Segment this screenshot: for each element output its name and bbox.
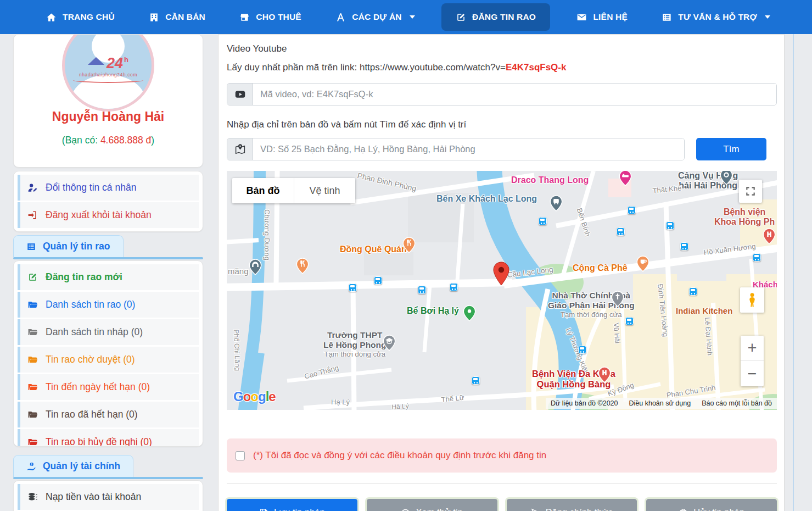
map-poi-label: Bến Xe Khách Lạc Long <box>436 194 537 204</box>
street-view-pegman[interactable] <box>740 287 764 313</box>
map-street-label: Vũ Hải <box>612 323 621 343</box>
youtube-icon <box>227 84 253 105</box>
sidebar-item-label: Nạp tiền vào tài khoản <box>46 491 141 503</box>
tab-qu-n-l-tin-rao[interactable]: Quản lý tin rao <box>13 235 124 257</box>
sidebar-item[interactable]: Tin rao chờ duyệt (0) <box>18 347 199 373</box>
map-poi-sublabel: Tạm thời đóng cửa <box>323 350 387 358</box>
map-attribution-link[interactable]: Điều khoản sử dụng <box>629 399 691 407</box>
tab-label: Quản lý tài chính <box>43 460 120 472</box>
video-hint: Lấy duy nhất phần mã trên link: https://… <box>227 62 566 73</box>
right-edge-line <box>793 34 794 511</box>
sidebar-section-header-row: Quản lý tài chính <box>13 455 203 479</box>
find-button[interactable]: Tìm <box>696 138 766 160</box>
map-pin-school-icon <box>383 335 396 353</box>
bus-stop-icon <box>418 286 426 294</box>
folder-icon <box>27 409 38 420</box>
sidebar-item[interactable]: Đăng tin rao mới <box>18 264 199 290</box>
page-body: 24 h nhadathaiphong24h.com Nguyễn Hoàng … <box>0 34 812 511</box>
action-button-label: Lưu tin nháp <box>274 507 325 511</box>
folder-icon <box>27 437 38 447</box>
map-canvas[interactable]: Phan Đinh PhùngDraco Thang LongBến Xe Kh… <box>227 171 777 410</box>
map-marked-icon <box>227 138 253 160</box>
sidebar-item-label: Danh sách tin nháp (0) <box>46 326 143 338</box>
bus-stop-icon <box>666 221 674 230</box>
sidebar-item[interactable]: Đổi thông tin cá nhân <box>18 175 199 201</box>
nav-item--ng-tin-rao[interactable]: ĐĂNG TIN RAO <box>441 3 550 31</box>
nav-item-c-c-d-n[interactable]: CÁC DỰ ÁN <box>328 3 422 31</box>
terms-checkbox[interactable] <box>236 451 245 460</box>
zoom-out-button[interactable]: − <box>741 361 764 386</box>
map-street-label: Hạ Lý <box>331 398 350 407</box>
google-logo-letter: o <box>243 389 251 404</box>
account-links-card: Đổi thông tin cá nhânĐăng xuất khỏi tài … <box>13 171 203 232</box>
action-button-label: Đăng chính thức <box>546 507 613 511</box>
sidebar-item[interactable]: Tin đến ngày hết hạn (0) <box>18 374 199 400</box>
coins-icon <box>27 492 38 502</box>
map-type-map[interactable]: Bản đồ <box>232 178 294 203</box>
sidebar-item[interactable]: Tin rao đã hết hạn (0) <box>18 402 199 427</box>
save-draft-button[interactable]: Lưu tin nháp <box>227 499 357 511</box>
folder-icon <box>27 299 38 310</box>
bus-stop-icon <box>689 287 697 296</box>
map-location-marker[interactable] <box>492 261 510 288</box>
bus-stop-icon <box>625 317 634 325</box>
map-type-satellite[interactable]: Vệ tinh <box>294 178 355 203</box>
map-attribution-link[interactable]: Báo cáo một lỗi bản đồ <box>702 399 772 407</box>
action-button-label: Hủy tin nháp <box>693 507 744 511</box>
save-icon <box>259 508 268 511</box>
sidebar-item[interactable]: Danh sách tin rao (0) <box>18 292 199 318</box>
bus-stop-icon <box>472 376 480 385</box>
map-poi-label: Bể Bơi Hạ lý <box>407 306 459 316</box>
logo-domain: nhadathaiphong24h.com <box>65 72 152 77</box>
sidebar-item[interactable]: Tin rao bị hủy đề nghị (0) <box>18 429 199 447</box>
list-icon <box>26 242 36 252</box>
map-street-label: Hà Lý <box>391 403 409 410</box>
action-button[interactable]: Xem thử tin <box>367 499 497 511</box>
map-pin-hospital-icon <box>763 228 776 247</box>
map-pin-cafe-icon <box>636 256 649 274</box>
bus-stop-icon <box>374 276 382 285</box>
nav-item-label: TRANG CHỦ <box>63 12 115 22</box>
address-input[interactable] <box>253 138 684 160</box>
action-button-label: Xem thử tin <box>416 507 462 511</box>
sidebar-item-label: Tin đến ngày hết hạn (0) <box>46 381 150 393</box>
action-button[interactable]: Hủy tin nháp <box>646 499 777 511</box>
map-attribution-text: Dữ liệu bản đồ ©2020 <box>551 399 618 407</box>
nav-item-t-v-n-h-tr-[interactable]: TƯ VẤN & HỖ TRỢ <box>654 3 778 31</box>
balance-amount: 4.688.888 đ <box>100 135 151 146</box>
nav-item-label: CÁC DỰ ÁN <box>352 12 401 22</box>
building-icon <box>149 12 159 23</box>
zoom-in-button[interactable]: + <box>741 336 764 361</box>
list-alt-icon <box>662 12 672 23</box>
folder-icon <box>27 382 38 392</box>
sidebar-item-label: Danh sách tin rao (0) <box>46 299 135 310</box>
map-poi-label: Cộng Cà Phê <box>573 263 628 273</box>
fullscreen-button[interactable] <box>739 180 762 203</box>
map-pin-bridge-icon <box>249 259 262 277</box>
site-logo: 24 h nhadathaiphong24h.com <box>65 56 152 83</box>
nav-item-c-n-b-n[interactable]: CẦN BÁN <box>141 3 213 31</box>
nav-item-label: ĐĂNG TIN RAO <box>472 12 536 22</box>
sidebar-item[interactable]: Nạp tiền vào tài khoản <box>18 484 199 510</box>
logo-roof-icon <box>88 57 104 65</box>
map-poi-label: Đồng Quê Quán <box>340 245 407 254</box>
video-code-input[interactable] <box>253 84 776 105</box>
nav-item-trang-ch-[interactable]: TRANG CHỦ <box>38 3 122 31</box>
action-button[interactable]: Đăng chính thức <box>507 499 637 511</box>
map-poi-label: Bệnh việnKhoa Hồng Ph <box>714 207 775 227</box>
nav-item-cho-thu-[interactable]: CHO THUÊ <box>232 3 309 31</box>
profile-card: 24 h nhadathaiphong24h.com Nguyễn Hoàng … <box>13 34 203 168</box>
send-icon <box>531 508 540 511</box>
bus-stop-icon <box>349 284 357 292</box>
map-pin-hotel-icon <box>619 171 632 188</box>
map-street-label: măng <box>228 266 249 276</box>
sidebar-item[interactable]: Danh sách tin nháp (0) <box>18 319 199 345</box>
hand-dollar-icon <box>26 462 36 471</box>
tab-qu-n-l-t-i-ch-nh[interactable]: Quản lý tài chính <box>13 455 133 477</box>
projects-icon <box>335 12 346 23</box>
map-attribution: Dữ liệu bản đồ ©2020Điều khoản sử dụngBá… <box>546 398 777 409</box>
sidebar-item[interactable]: Đăng xuất khỏi tài khoản <box>18 202 199 228</box>
map-pin-restaurant-icon <box>402 237 416 256</box>
sidebar-item-label: Đăng xuất khỏi tài khoản <box>46 209 152 221</box>
nav-item-li-n-h-[interactable]: LIÊN HỆ <box>569 3 635 31</box>
